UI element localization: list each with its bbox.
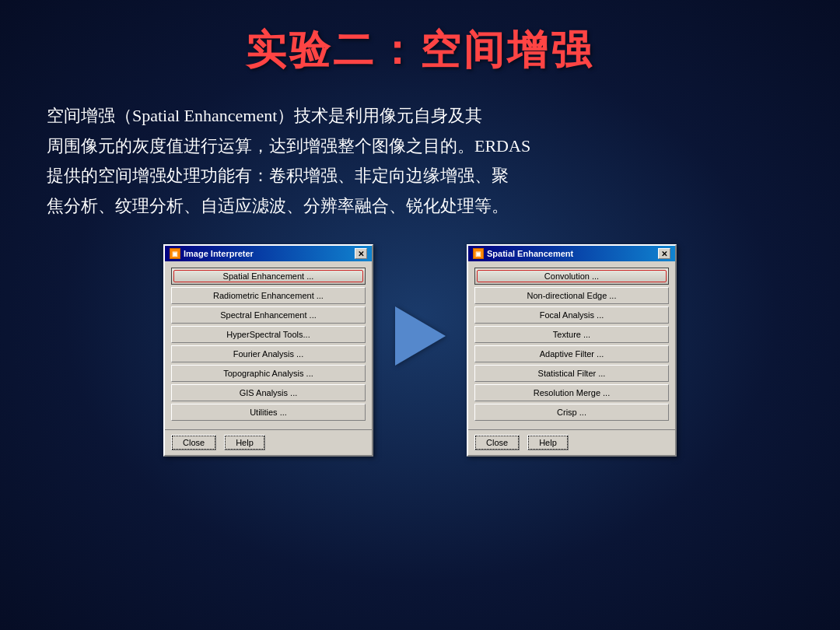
menu-item-utilities[interactable]: Utilities ... (171, 404, 366, 421)
bottom-bar-left: Close Help (165, 429, 372, 455)
play-arrow-icon (395, 306, 446, 366)
menu-item-radiometric[interactable]: Radiometric Enhancement ... (171, 287, 366, 304)
menu-item-fourier[interactable]: Fourier Analysis ... (171, 345, 366, 362)
desc-line1: 空间增强（Spatial Enhancement）技术是利用像元自身及其 (47, 106, 482, 125)
desc-line3: 提供的空间增强处理功能有：卷积增强、非定向边缘增强、聚 (47, 166, 509, 185)
close-button-right[interactable]: Close (474, 435, 520, 450)
image-interpreter-dialog: ▣ Image Interpreter ✕ Spatial Enhancemen… (163, 244, 373, 457)
title-icon-right: ▣ (473, 248, 484, 259)
titlebar-left-content: ▣ Image Interpreter (170, 248, 254, 259)
title-icon-left: ▣ (170, 248, 180, 259)
desc-line2: 周围像元的灰度值进行运算，达到增强整个图像之目的。ERDAS (47, 136, 530, 156)
menu-item-spectral[interactable]: Spectral Enhancement ... (171, 306, 366, 324)
menu-item-gis[interactable]: GIS Analysis ... (171, 384, 366, 401)
help-button-left[interactable]: Help (224, 435, 265, 450)
close-x-button-right[interactable]: ✕ (658, 248, 670, 259)
menu-item-spatial[interactable]: Spatial Enhancement ... (171, 268, 366, 285)
menu-item-topographic[interactable]: Topographic Analysis ... (171, 365, 366, 382)
help-button-right[interactable]: Help (527, 435, 569, 450)
description-block: 空间增强（Spatial Enhancement）技术是利用像元自身及其 周围像… (0, 93, 840, 236)
menu-item-resolution[interactable]: Resolution Merge ... (474, 384, 669, 401)
menu-item-statistical[interactable]: Statistical Filter ... (474, 365, 669, 382)
bottom-bar-right: Close Help (468, 429, 675, 455)
menu-item-convolution[interactable]: Convolution ... (474, 268, 669, 285)
menu-item-crisp[interactable]: Crisp ... (474, 404, 669, 421)
dialog-titlebar-right: ▣ Spatial Enhancement ✕ (468, 246, 675, 261)
windows-area: ▣ Image Interpreter ✕ Spatial Enhancemen… (0, 244, 840, 457)
dialog-titlebar-left: ▣ Image Interpreter ✕ (165, 246, 372, 261)
close-x-button-left[interactable]: ✕ (355, 248, 367, 259)
dialog-title-right: Spatial Enhancement (487, 249, 573, 258)
menu-item-adaptive[interactable]: Adaptive Filter ... (474, 345, 669, 362)
menu-item-focal[interactable]: Focal Analysis ... (474, 306, 669, 324)
menu-item-non-directional[interactable]: Non-directional Edge ... (474, 287, 669, 304)
spatial-enhancement-dialog: ▣ Spatial Enhancement ✕ Convolution ... … (467, 244, 677, 457)
arrow-container (373, 306, 467, 366)
page-title: 实验二：空间增强 (0, 0, 840, 93)
desc-line4: 焦分析、纹理分析、自适应滤波、分辨率融合、锐化处理等。 (47, 196, 509, 215)
titlebar-right-content: ▣ Spatial Enhancement (473, 248, 573, 259)
menu-item-texture[interactable]: Texture ... (474, 326, 669, 343)
dialog-body-left: Spatial Enhancement ... Radiometric Enha… (165, 261, 372, 429)
close-button-left[interactable]: Close (171, 435, 216, 450)
dialog-body-right: Convolution ... Non-directional Edge ...… (468, 261, 675, 429)
menu-item-hyperspectral[interactable]: HyperSpectral Tools... (171, 326, 366, 343)
dialog-title-left: Image Interpreter (184, 249, 254, 258)
